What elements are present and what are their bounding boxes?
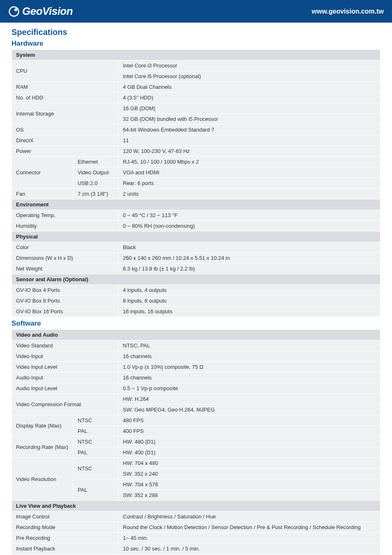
p16-val: 16 inputs, 16 outputs [119,306,380,317]
header-bar: GeoVision www.geovision.com.tw [0,0,392,23]
p8-val: 8 inputs, 8 outputs [119,296,380,306]
disp-pal-label: PAL [74,426,119,437]
recmode-label: Recording Mode [12,522,119,533]
directx-val: 11 [119,135,380,146]
optemp-val: 0 ~ 45 °C / 32 ~ 113 °F [119,210,380,221]
p4-val: 4 inputs, 4 outputs [119,285,380,296]
vcf-2: SW: Geo MPEG4, Geo H.264, MJPEG [119,405,380,415]
storage-2: 32 GB (DOM) bundled with i5 Processor [119,114,380,125]
hdd-val: 4 (3.5" HDD) [119,92,380,103]
ram-val: 4 GB Dual Channels [119,82,380,92]
vstd-val: NTSC, PAL [119,340,380,351]
cpu-2: Intel Core i5 Processor (optional) [119,71,380,82]
eth-label: Ethernet [74,157,119,167]
rec-pal-label: PAL [74,447,119,458]
vres-ntsc-label: NTSC [74,458,119,479]
storage-1: 16 GB (DOM) [119,103,380,114]
power-val: 120 W, 100-230 V, 47-63 Hz [119,146,380,157]
vres-pal-1: HW: 704 x 576 [119,479,380,490]
prerec-label: Pre Recording [12,533,119,543]
vstd-label: Video Standard [12,340,119,351]
imgctl-val: Contrast / Brightness / Saturation / Hue [119,511,380,522]
vres-label: Video Resolution [12,458,74,501]
cpu-label: CPU [12,60,119,82]
disp-ntsc-label: NTSC [74,415,119,426]
directx-label: DirectX [12,135,119,146]
connector-label: Connector [12,157,74,189]
fan-sub: 7 cm (3 1/8") [74,189,119,199]
usb-val: Rear: 6 ports [119,178,380,189]
group-va: Video and Audio [12,330,380,340]
fan-label: Fan [12,189,74,199]
ain-label: Audio Input [12,372,119,383]
ain-val: 16 channels [119,372,380,383]
hdd-label: No. of HDD [12,92,119,103]
color-label: Color [12,242,119,253]
ainlvl-label: Audio Input Level [12,383,119,394]
vres-ntsc-1: HW: 704 x 480 [119,458,380,469]
page-title: Specifications [12,28,380,37]
vres-ntsc-2: SW: 352 x 240 [119,469,380,479]
rec-ntsc: HW: 480 (D1) [119,437,380,447]
content: Specifications Hardware System CPUIntel … [0,23,392,555]
brand-name: GeoVision [22,5,73,18]
disp-ntsc: 480 FPS [119,415,380,426]
optemp-label: Operating Temp. [12,210,119,221]
vcf-label: Video Compression Format [12,394,119,415]
disp-pal: 400 FPS [119,426,380,437]
storage-label: Internal Storage [12,103,119,125]
humidity-label: Humidity [12,221,119,231]
rec-ntsc-label: NTSC [74,437,119,447]
vin-val: 16 channels [119,351,380,362]
eth-val: RJ-45, 10 / 100 / 1000 Mbps x 2 [119,157,380,167]
globe-eye-icon [8,6,20,17]
brand-logo: GeoVision [8,5,73,18]
group-sensor: Sensor and Alarm (Optional) [12,274,380,285]
fan-val: 2 units [119,189,380,199]
usb-label: USB 2.0 [74,178,119,189]
vinlvl-label: Video Input Level [12,362,119,372]
hardware-table: System CPUIntel Core i3 Processor Intel … [12,49,380,317]
instpb-label: Instant Playback [12,543,119,554]
rec-pal: HW: 400 (D1) [119,447,380,458]
humidity-val: 0 ~ 80% RH (non-condensing) [119,221,380,231]
software-table: Video and Audio Video StandardNTSC, PAL … [12,329,380,555]
p4-label: GV-IO Box 4 Ports [12,285,119,296]
recmode-val: Round the Clock / Motion Detection / Sen… [119,522,380,533]
p8-label: GV-IO Box 8 Ports [12,296,119,306]
weight-val: 6.3 kg / 13.8 lb (± 1 kg / 2.2 lb) [119,264,380,274]
power-label: Power [12,146,119,157]
group-system: System [12,50,380,60]
imgctl-label: Image Control [12,511,119,522]
hardware-title: Hardware [12,39,380,48]
group-lvp: Live View and Playback [12,501,380,511]
ainlvl-val: 0.5 ~ 1 Vp-p composite [119,383,380,394]
svg-point-0 [9,7,19,16]
software-title: Software [12,319,380,328]
color-val: Black [119,242,380,253]
disp-label: Display Rate (Max) [12,415,74,437]
group-env: Environment [12,199,380,210]
dim-val: 260 x 140 x 260 mm / 10.24 x 5.51 x 10.2… [119,253,380,264]
os-val: 64-bit Windows Embedded Standard 7 [119,125,380,135]
group-physical: Physical [12,231,380,242]
os-label: OS [12,125,119,135]
cpu-1: Intel Core i3 Processor [119,60,380,71]
vres-pal-label: PAL [74,479,119,501]
vout-label: Video Output [74,167,119,178]
instpb-val: 10 sec. / 30 sec. / 1 min. / 5 min. [119,543,380,554]
vin-label: Video Input [12,351,119,362]
vinlvl-val: 1.0 Vp-p (± 10%) composite, 75 Ω [119,362,380,372]
svg-point-1 [14,8,17,11]
ram-label: RAM [12,82,119,92]
vres-pal-2: SW: 352 x 288 [119,490,380,501]
p16-label: GV-IO Box 16 Ports [12,306,119,317]
prerec-val: 1~ 45 min. [119,533,380,543]
header-url: www.geovision.com.tw [312,8,384,15]
dim-label: Dimensions (W x H x D) [12,253,119,264]
vout-val: VGA and HDMI [119,167,380,178]
vcf-1: HW: H.264 [119,394,380,405]
rec-label: Recording Rate (Max) [12,437,74,458]
weight-label: Net Weight [12,264,119,274]
